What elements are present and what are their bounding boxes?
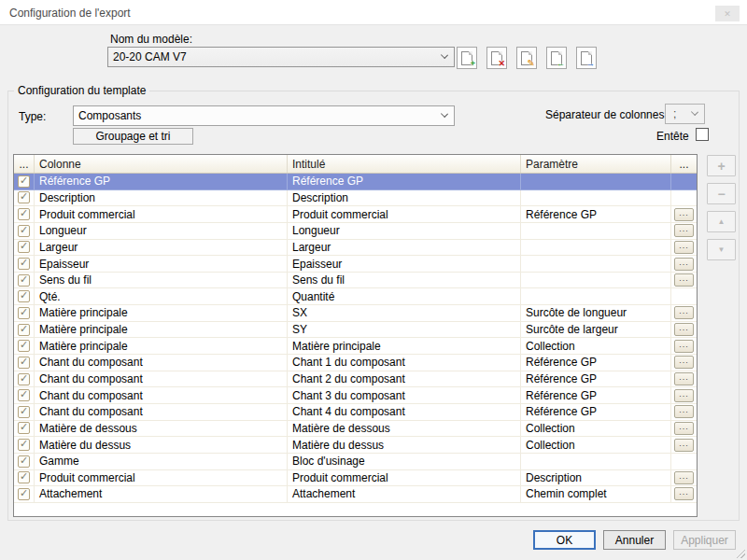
cell-intitule[interactable]: Matière du dessus xyxy=(288,437,521,454)
row-params-button[interactable]: ... xyxy=(674,208,694,221)
cell-colonne[interactable]: Référence GP xyxy=(35,174,288,190)
cell-intitule[interactable]: SY xyxy=(288,322,521,339)
row-checkbox[interactable] xyxy=(18,373,30,385)
cell-intitule[interactable]: Longueur xyxy=(288,223,521,240)
move-row-down-button[interactable]: ▼ xyxy=(707,239,736,260)
cell-intitule[interactable]: Chant 1 du composant xyxy=(288,355,521,371)
cell-intitule[interactable]: Produit commercial xyxy=(288,206,521,223)
table-row[interactable]: Matière principale Matière principale Co… xyxy=(14,338,697,355)
row-checkbox[interactable] xyxy=(18,389,30,401)
cell-colonne[interactable]: Attachement xyxy=(35,486,288,503)
cell-intitule[interactable]: Produit commercial xyxy=(288,470,521,487)
table-row[interactable]: Longueur Longueur ... xyxy=(14,223,697,240)
row-checkbox[interactable] xyxy=(18,324,30,336)
import-model-button[interactable]: ← xyxy=(546,47,567,69)
cell-parametre[interactable]: Référence GP xyxy=(521,404,671,421)
table-row[interactable]: Référence GP Référence GP xyxy=(14,174,697,190)
cell-parametre[interactable]: Référence GP xyxy=(521,371,671,388)
column-header-colonne[interactable]: Colonne xyxy=(35,155,288,173)
cell-intitule[interactable]: Référence GP xyxy=(288,174,521,190)
row-params-button[interactable]: ... xyxy=(674,273,694,287)
row-checkbox[interactable] xyxy=(18,241,30,253)
grouping-sort-button[interactable]: Groupage et tri xyxy=(73,128,193,145)
column-separator-select[interactable]: ; xyxy=(665,104,705,124)
cell-intitule[interactable]: Quantité xyxy=(288,288,521,305)
cell-colonne[interactable]: Matière principale xyxy=(35,338,288,355)
cell-intitule[interactable]: Sens du fil xyxy=(288,273,521,289)
cell-colonne[interactable]: Sens du fil xyxy=(35,273,288,289)
table-row[interactable]: Qté. Quantité xyxy=(14,288,697,305)
cell-colonne[interactable]: Produit commercial xyxy=(35,206,288,223)
cell-parametre[interactable]: Collection xyxy=(521,338,671,355)
cancel-button[interactable]: Annuler xyxy=(603,530,666,550)
table-row[interactable]: Produit commercial Produit commercial De… xyxy=(14,470,697,487)
cell-parametre[interactable]: Surcôte de largeur xyxy=(521,322,671,339)
row-checkbox[interactable] xyxy=(18,357,30,369)
row-params-button[interactable]: ... xyxy=(674,241,694,254)
cell-parametre[interactable] xyxy=(521,174,671,190)
cell-parametre[interactable] xyxy=(521,190,671,207)
row-params-button[interactable]: ... xyxy=(674,372,694,385)
row-params-button[interactable]: ... xyxy=(674,323,694,336)
row-params-button[interactable]: ... xyxy=(674,389,694,402)
table-row[interactable]: Chant du composant Chant 3 du composant … xyxy=(14,387,697,404)
row-params-button[interactable]: ... xyxy=(674,422,694,435)
row-checkbox[interactable] xyxy=(18,307,30,319)
cell-colonne[interactable]: Qté. xyxy=(35,288,288,305)
row-params-button[interactable]: ... xyxy=(674,224,694,237)
table-row[interactable]: Chant du composant Chant 4 du composant … xyxy=(14,404,697,421)
row-checkbox[interactable] xyxy=(18,191,30,203)
cell-colonne[interactable]: Chant du composant xyxy=(35,404,288,421)
column-header-intitule[interactable]: Intitulé xyxy=(288,155,521,173)
cell-parametre[interactable]: Collection xyxy=(521,421,671,438)
cell-parametre[interactable] xyxy=(521,288,671,305)
cell-intitule[interactable]: Largeur xyxy=(288,240,521,257)
row-params-button[interactable]: ... xyxy=(674,356,694,369)
cell-parametre[interactable] xyxy=(521,240,671,257)
table-row[interactable]: Chant du composant Chant 2 du composant … xyxy=(14,371,697,388)
cell-parametre[interactable]: Chemin complet xyxy=(521,486,671,503)
row-params-button[interactable]: ... xyxy=(674,306,694,319)
column-header-buttons[interactable]: ... xyxy=(671,155,697,173)
new-model-button[interactable]: + xyxy=(457,47,477,69)
table-row[interactable]: Matière du dessus Matière du dessus Coll… xyxy=(14,437,697,454)
table-row[interactable]: Matière principale SX Surcôte de longueu… xyxy=(14,305,697,322)
cell-parametre[interactable]: Référence GP xyxy=(521,355,671,371)
row-checkbox[interactable] xyxy=(18,290,30,302)
cell-parametre[interactable]: Collection xyxy=(521,437,671,454)
export-model-button[interactable]: → xyxy=(576,47,597,69)
move-row-up-button[interactable]: ▲ xyxy=(707,211,736,232)
row-checkbox[interactable] xyxy=(18,488,30,500)
row-checkbox[interactable] xyxy=(18,175,30,188)
cell-colonne[interactable]: Matière principale xyxy=(35,305,288,322)
cell-parametre[interactable]: Surcôte de longueur xyxy=(521,305,671,322)
cell-intitule[interactable]: Attachement xyxy=(288,486,521,503)
row-checkbox[interactable] xyxy=(18,439,30,451)
row-checkbox[interactable] xyxy=(18,422,30,434)
ok-button[interactable]: OK xyxy=(533,530,596,550)
cell-colonne[interactable]: Chant du composant xyxy=(35,355,288,371)
row-checkbox[interactable] xyxy=(18,340,30,352)
row-checkbox[interactable] xyxy=(18,455,30,468)
cell-parametre[interactable]: Description xyxy=(521,470,671,487)
row-checkbox[interactable] xyxy=(18,471,30,483)
cell-colonne[interactable]: Produit commercial xyxy=(35,470,288,487)
cell-colonne[interactable]: Chant du composant xyxy=(35,371,288,388)
model-name-select[interactable]: 20-20 CAM V7 xyxy=(107,47,455,67)
header-checkbox[interactable] xyxy=(696,128,709,141)
cell-intitule[interactable]: Bloc d'usinage xyxy=(288,454,521,470)
type-select[interactable]: Composants xyxy=(73,105,455,126)
row-params-button[interactable]: ... xyxy=(674,340,694,353)
cell-parametre[interactable]: Référence GP xyxy=(521,387,671,404)
add-row-button[interactable]: + xyxy=(707,155,736,176)
cell-intitule[interactable]: SX xyxy=(288,305,521,322)
table-row[interactable]: Sens du fil Sens du fil ... xyxy=(14,273,697,289)
row-params-button[interactable]: ... xyxy=(674,405,694,418)
cell-intitule[interactable]: Description xyxy=(288,190,521,207)
row-checkbox[interactable] xyxy=(18,208,30,220)
cell-intitule[interactable]: Chant 4 du composant xyxy=(288,404,521,421)
table-row[interactable]: Description Description xyxy=(14,190,697,207)
table-row[interactable]: Matière de dessous Matière de dessous Co… xyxy=(14,421,697,438)
cell-colonne[interactable]: Epaisseur xyxy=(35,256,288,273)
row-checkbox[interactable] xyxy=(18,258,30,270)
